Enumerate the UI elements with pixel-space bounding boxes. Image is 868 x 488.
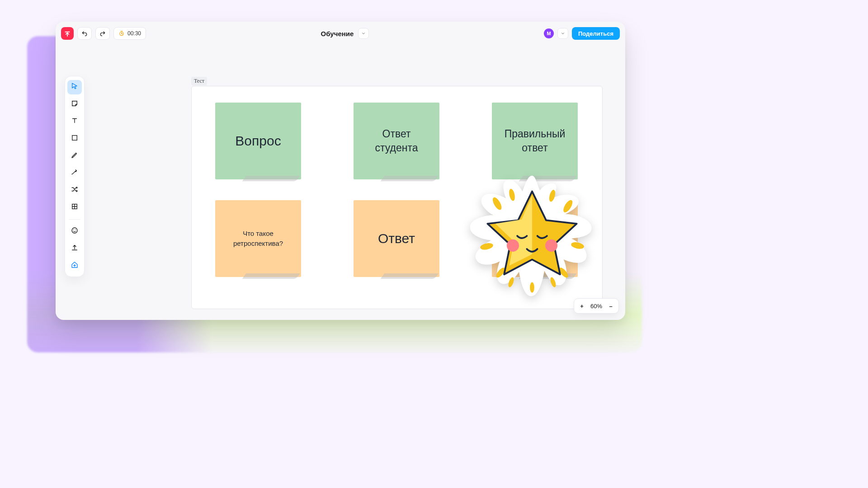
sticky-note-curl: [381, 176, 439, 181]
sticky-note-text: Ответ: [378, 231, 415, 246]
app-logo[interactable]: [61, 27, 74, 40]
sticky-note[interactable]: Ответ студента: [354, 103, 439, 179]
svg-rect-1: [72, 136, 77, 141]
share-button[interactable]: Поделиться: [572, 27, 620, 40]
svg-point-17: [507, 239, 519, 252]
svg-point-4: [73, 230, 74, 230]
canvas-frame[interactable]: ОтветЧто такое ретроспектива?Правильный …: [191, 86, 603, 309]
grid-icon: [71, 202, 79, 212]
sticky-note-text: Что такое ретроспектива?: [222, 229, 295, 249]
svg-point-16: [530, 282, 534, 293]
sticky-note-text: Вопрос: [235, 133, 281, 149]
emoji-tool[interactable]: [67, 224, 82, 239]
redo-button[interactable]: [95, 27, 110, 40]
table-tool[interactable]: [67, 200, 82, 215]
zoom-control: + 60% –: [574, 298, 619, 314]
sticky-note-text: Ответ студента: [360, 127, 433, 155]
pen-tool[interactable]: [67, 149, 82, 163]
undo-button[interactable]: [77, 27, 92, 40]
square-icon: [71, 134, 79, 144]
sticky-note[interactable]: Ответ: [354, 200, 439, 277]
zoom-out-button[interactable]: –: [608, 303, 614, 310]
pen-icon: [71, 151, 79, 161]
export-tool[interactable]: [67, 241, 82, 256]
shuffle-tool[interactable]: [67, 183, 82, 197]
svg-point-5: [75, 230, 76, 230]
sticky-icon: [71, 99, 79, 109]
timer-control[interactable]: 00:30: [113, 27, 146, 40]
house-plus-icon: [71, 261, 79, 271]
text-tool[interactable]: [67, 114, 82, 129]
zoom-in-button[interactable]: +: [579, 303, 585, 310]
sticky-note-curl: [381, 273, 439, 279]
shape-tool[interactable]: [67, 131, 82, 146]
avatar-initial: M: [547, 31, 551, 36]
sticky-note-curl: [242, 273, 300, 279]
left-toolbar: [65, 76, 85, 277]
upload-icon: [71, 244, 79, 253]
board-title-menu[interactable]: [358, 28, 369, 39]
select-tool[interactable]: [67, 80, 82, 94]
sticky-note[interactable]: Правильный ответ: [492, 103, 578, 179]
sticky-note-curl: [242, 176, 300, 181]
sticky-note[interactable]: Вопрос: [215, 103, 301, 179]
shuffle-icon: [71, 185, 79, 195]
face-icon: [71, 226, 79, 236]
sticky-note[interactable]: Что такое ретроспектива?: [215, 200, 301, 277]
text-icon: [71, 117, 79, 127]
connector-tool[interactable]: [67, 166, 82, 180]
sticky-note-tool[interactable]: [67, 97, 82, 112]
frame-label[interactable]: Тест: [191, 77, 207, 85]
svg-point-3: [72, 228, 77, 233]
zoom-level[interactable]: 60%: [590, 303, 602, 310]
cursor-icon: [71, 82, 79, 92]
toolbar-separator: [69, 219, 80, 220]
svg-point-18: [545, 239, 557, 252]
app-window: 00:30 Обучение M Поделиться Тест ОтветЧт…: [56, 22, 625, 320]
star-sticker[interactable]: [467, 172, 598, 303]
timer-value: 00:30: [127, 30, 141, 37]
user-menu[interactable]: [557, 28, 568, 39]
top-bar: 00:30 Обучение M Поделиться: [61, 25, 620, 42]
user-avatar[interactable]: M: [544, 28, 554, 38]
arrow-icon: [71, 168, 79, 178]
sticky-note-text: Правильный ответ: [498, 127, 571, 155]
add-tool[interactable]: [67, 258, 82, 273]
board-title[interactable]: Обучение: [321, 30, 354, 38]
